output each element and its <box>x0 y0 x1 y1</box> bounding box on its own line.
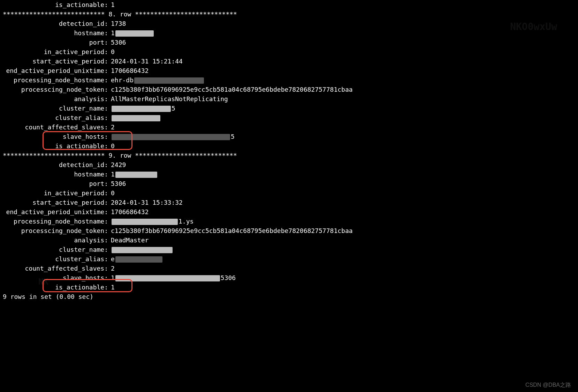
field-label: detection_id: <box>3 160 111 169</box>
row8-detection-id: detection_id: 1738 <box>3 19 575 28</box>
field-label: is_actionable: <box>3 0 111 9</box>
row8-start-active-period: start_active_period: 2024-01-31 15:21:44 <box>3 56 575 66</box>
field-label: slave_hosts: <box>3 132 111 141</box>
field-label: hostname: <box>3 169 111 179</box>
field-label: count_affected_slaves: <box>3 122 111 132</box>
row8-slave-hosts: slave_hosts: 5 <box>3 132 575 141</box>
row8-count-affected-slaves: count_affected_slaves: 2 <box>3 122 575 132</box>
field-value: AllMasterReplicasNotReplicating <box>111 94 575 104</box>
field-label: start_active_period: <box>3 56 111 66</box>
field-label: analysis: <box>3 235 111 245</box>
field-value: ehr-db <box>111 75 575 85</box>
field-label: port: <box>3 38 111 47</box>
field-label: is_actionable: <box>3 282 111 292</box>
row9-cluster-name: cluster_name: <box>3 245 575 254</box>
field-label: processcing_node_token: <box>3 85 111 94</box>
row8-end-active-period-unixtime: end_active_period_unixtime: 1706686432 <box>3 66 575 75</box>
field-value: 2429 <box>111 160 575 169</box>
field-value: 5306 <box>111 38 575 47</box>
field-label: in_active_period: <box>3 188 111 198</box>
field-label: processcing_node_token: <box>3 226 111 235</box>
row9-in-active-period: in_active_period: 0 <box>3 188 575 198</box>
row9-port: port: 5306 <box>3 179 575 188</box>
redacted-value <box>112 247 173 253</box>
field-value: 1 <box>111 0 575 9</box>
field-value: 1738 <box>111 19 575 28</box>
field-value <box>111 245 575 254</box>
field-label: end_active_period_unixtime: <box>3 207 111 217</box>
field-label: cluster_alias: <box>3 254 111 264</box>
field-value: 5 <box>111 104 575 113</box>
field-label: cluster_name: <box>3 245 111 254</box>
field-value: 1 <box>111 282 575 292</box>
watermark: NK <box>38 276 48 288</box>
field-value: 1706686432 <box>111 66 575 75</box>
field-value <box>111 113 575 122</box>
attribution: CSDN @DBA之路 <box>525 381 571 389</box>
row9-detection-id: detection_id: 2429 <box>3 160 575 169</box>
redacted-value <box>112 134 230 140</box>
field-label: is_actionable: <box>3 141 111 151</box>
field-value: 2 <box>111 264 575 273</box>
row9-end-active-period-unixtime: end_active_period_unixtime: 1706686432 <box>3 207 575 217</box>
field-label: hostname: <box>3 28 111 38</box>
field-value: 5 <box>111 132 575 141</box>
row8-cluster-name: cluster_name: 5 <box>3 104 575 113</box>
row9-processing-node-hostname: processing_node_hostname: 1.ys <box>3 217 575 226</box>
field-value: 2024-01-31 15:33:32 <box>111 198 575 207</box>
field-value: e <box>111 254 575 264</box>
row9-hostname: hostname: 1 <box>3 169 575 179</box>
field-value: 15306 <box>111 273 575 282</box>
row9-start-active-period: start_active_period: 2024-01-31 15:33:32 <box>3 198 575 207</box>
field-value: 0 <box>111 47 575 56</box>
field-value: 1.ys <box>111 217 575 226</box>
field-label: in_active_period: <box>3 47 111 56</box>
field-value: c125b380f3bb676096925e9cc5cb581a04c68795… <box>111 226 575 235</box>
row9-cluster-alias: cluster_alias: e <box>3 254 575 264</box>
row9-analysis: analysis: DeadMaster <box>3 235 575 245</box>
field-value: 1 <box>111 169 575 179</box>
row8-cluster-alias: cluster_alias: <box>3 113 575 122</box>
row9-processcing-node-token: processcing_node_token: c125b380f3bb6760… <box>3 226 575 235</box>
row8-in-active-period: in_active_period: 0 <box>3 47 575 56</box>
row8-processing-node-hostname: processing_node_hostname: ehr-db <box>3 75 575 85</box>
row9-is-actionable: is_actionable: 1 <box>3 282 575 292</box>
field-label: port: <box>3 179 111 188</box>
terminal-output: is_actionable: 1 ***********************… <box>0 0 578 301</box>
redacted-value <box>115 275 220 281</box>
redacted-value <box>115 256 162 263</box>
row8-port: port: 5306 <box>3 38 575 47</box>
redacted-value <box>112 115 160 121</box>
redacted-value <box>112 219 178 225</box>
field-value: 1 <box>111 28 575 38</box>
field-label: processing_node_hostname: <box>3 75 111 85</box>
row8-processcing-node-token: processcing_node_token: c125b380f3bb6760… <box>3 85 575 94</box>
field-label: start_active_period: <box>3 198 111 207</box>
field-label: analysis: <box>3 94 111 104</box>
field-label: cluster_name: <box>3 104 111 113</box>
field-label: end_active_period_unixtime: <box>3 66 111 75</box>
field-value: 0 <box>111 141 575 151</box>
row8-is-actionable: is_actionable: 0 <box>3 141 575 151</box>
redacted-value <box>134 77 204 84</box>
field-value: 2 <box>111 122 575 132</box>
field-value: c125b380f3bb676096925e9cc5cb581a04c68795… <box>111 85 575 94</box>
field-value: 2024-01-31 15:21:44 <box>111 56 575 66</box>
field-value: 1706686432 <box>111 207 575 217</box>
field-value: 5306 <box>111 179 575 188</box>
row-separator-9: *************************** 9. row *****… <box>3 151 575 160</box>
row-separator-8: *************************** 8. row *****… <box>3 9 575 19</box>
result-footer: 9 rows in set (0.00 sec) <box>3 292 575 301</box>
field-label: detection_id: <box>3 19 111 28</box>
redacted-value <box>115 30 154 37</box>
row7-is-actionable: is_actionable: 1 <box>3 0 575 9</box>
row8-analysis: analysis: AllMasterReplicasNotReplicatin… <box>3 94 575 104</box>
row9-count-affected-slaves: count_affected_slaves: 2 <box>3 264 575 273</box>
field-label: count_affected_slaves: <box>3 264 111 273</box>
watermark: NKO0wxUw <box>510 20 557 34</box>
row8-hostname: hostname: 1 <box>3 28 575 38</box>
row9-slave-hosts: slave_hosts: 15306 <box>3 273 575 282</box>
redacted-value <box>115 172 157 178</box>
redacted-value <box>112 106 171 112</box>
field-label: cluster_alias: <box>3 113 111 122</box>
